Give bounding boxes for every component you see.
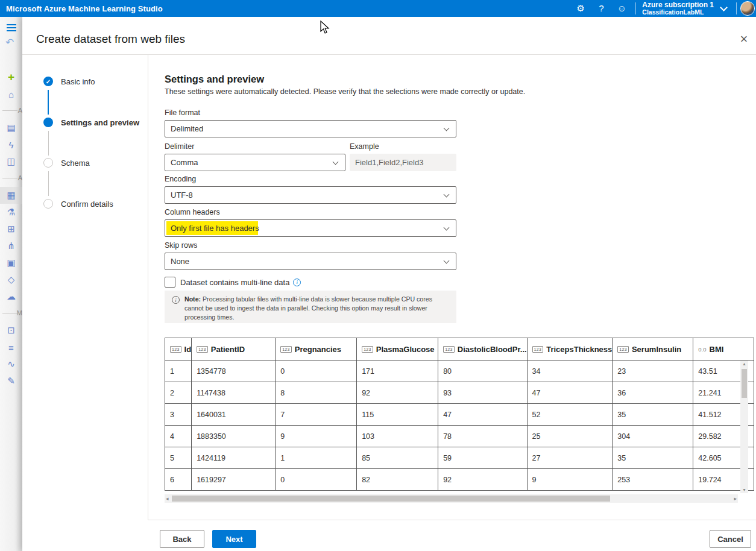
wizard-step-basic-info[interactable]: ✓ Basic info [43, 77, 95, 86]
chevron-down-icon[interactable] [720, 4, 728, 11]
table-row: 31640031711547523541.512 [165, 404, 754, 426]
column-name: BMI [710, 345, 724, 354]
scroll-left-icon[interactable]: ◂ [166, 496, 169, 502]
chevron-down-icon [444, 258, 450, 264]
back-arrow-icon[interactable]: ↶ [5, 36, 14, 49]
help-icon[interactable]: ? [591, 0, 611, 17]
sidebar-section-divider: A [0, 170, 22, 187]
sidebar-item-inference-icon[interactable]: ☁ [0, 288, 22, 305]
sidebar-item-linked-services-icon[interactable]: ∿ [0, 356, 22, 373]
column-name: Id [184, 345, 192, 354]
sidebar-item-endpoints-icon[interactable]: ▣ [0, 254, 22, 271]
decimal-type-icon: 0.0 [698, 346, 706, 353]
horizontal-scroll-thumb[interactable] [172, 496, 610, 502]
column-headers-value: Only first file has headers [171, 224, 259, 233]
wizard-step-settings-preview[interactable]: Settings and preview [43, 118, 139, 127]
table-cell: 59 [438, 447, 527, 469]
table-cell: 2 [165, 382, 192, 404]
back-button[interactable]: Back [160, 530, 204, 548]
wizard-step-confirm-details[interactable]: Confirm details [43, 199, 113, 209]
table-cell: 9 [276, 426, 357, 447]
table-cell: 36 [613, 382, 693, 404]
sidebar-items: +⌂A▤ϟ◫A▦⚗⊞⋔▣◇☁M⊡≡∿✎ [0, 69, 22, 389]
sidebar-item-compute-icon[interactable]: ⊡ [0, 322, 22, 339]
table-cell: 34 [527, 361, 613, 382]
menu-hamburger-icon[interactable] [7, 24, 16, 31]
page-title: Settings and preview [165, 74, 264, 85]
multiline-checkbox[interactable] [165, 277, 175, 288]
integer-type-icon: 123 [362, 346, 373, 353]
column-name: TricepsThickness [546, 345, 612, 354]
table-row: 418833509103782530429.582 [165, 426, 754, 447]
table-cell: 1619297 [192, 469, 276, 491]
vertical-scroll-thumb[interactable] [742, 369, 747, 398]
table-cell: 0 [276, 469, 357, 491]
close-icon[interactable]: × [736, 31, 752, 47]
column-header: 123PlasmaGlucose [357, 338, 438, 361]
dialog-title: Create dataset from web files [36, 33, 185, 46]
column-headers-label: Column headers [165, 208, 220, 216]
integer-type-icon: 123 [170, 346, 181, 353]
step-connector [48, 131, 49, 156]
subscription-switcher[interactable]: Azure subscription 1 ClassificationLabML [640, 1, 716, 16]
sidebar-item-datasets-icon[interactable]: ▦ [0, 187, 22, 204]
sidebar-item-models-icon[interactable]: ⋔ [0, 238, 22, 254]
step-label: Schema [61, 159, 90, 168]
settings-gear-icon[interactable]: ⚙ [570, 0, 591, 17]
top-bar: Microsoft Azure Machine Learning Studio … [0, 0, 756, 17]
scroll-up-icon[interactable]: ▴ [740, 361, 748, 367]
delimiter-label: Delimiter [165, 142, 194, 151]
cancel-button[interactable]: Cancel [710, 530, 751, 548]
feedback-smiley-icon[interactable]: ☺ [611, 0, 632, 17]
note-text: Note: Processing tabular files with mult… [184, 295, 450, 323]
column-headers-dropdown[interactable]: Only first file has headers [165, 219, 456, 237]
table-cell: 1354778 [192, 361, 276, 382]
table-row: 2114743889293473621.241 [165, 382, 754, 404]
section-label: A [18, 174, 22, 181]
file-format-dropdown[interactable]: Delimited [165, 120, 456, 137]
column-header: 123PatientID [192, 338, 276, 361]
step-upcoming-dot [43, 199, 53, 209]
sidebar-item-new-icon[interactable]: + [0, 69, 22, 86]
sidebar-item-datastores-icon[interactable]: ≡ [0, 339, 22, 356]
sidebar-item-home-icon[interactable]: ⌂ [0, 86, 22, 102]
table-header-row: 123Id123PatientID123Pregnancies123Plasma… [165, 338, 754, 361]
next-button[interactable]: Next [212, 530, 256, 548]
sidebar-item-pipelines-icon[interactable]: ⊞ [0, 221, 22, 238]
table-cell: 27 [527, 447, 613, 469]
sidebar-item-environments-icon[interactable]: ◇ [0, 271, 22, 288]
table-cell: 80 [438, 361, 527, 382]
table-cell: 5 [165, 447, 192, 469]
column-name: PlasmaGlucose [376, 345, 435, 354]
wizard-divider [148, 55, 148, 520]
section-label: A [18, 107, 22, 114]
skip-rows-label: Skip rows [165, 241, 197, 250]
skip-rows-dropdown[interactable]: None [165, 253, 456, 270]
user-avatar[interactable] [740, 1, 755, 16]
topbar-divider [736, 2, 737, 14]
column-header: 123Pregnancies [276, 338, 357, 361]
sidebar-item-experiments-icon[interactable]: ⚗ [0, 204, 22, 221]
table-cell: 52 [527, 404, 613, 426]
scroll-down-icon[interactable]: ▾ [740, 487, 748, 493]
sidebar-item-designer-icon[interactable]: ◫ [0, 153, 22, 170]
wizard-step-schema[interactable]: Schema [43, 158, 90, 168]
info-icon: i [172, 296, 180, 304]
delimiter-dropdown[interactable]: Comma [165, 154, 345, 171]
workspace-name: ClassificationLabML [642, 9, 714, 16]
sidebar-item-notebooks-icon[interactable]: ▤ [0, 119, 22, 136]
encoding-label: Encoding [165, 175, 196, 183]
multiline-checkbox-label: Dataset contains multi-line data [180, 278, 289, 287]
sidebar-item-automated-ml-icon[interactable]: ϟ [0, 136, 22, 153]
info-icon[interactable]: i [293, 279, 301, 286]
table-cell: 1147438 [192, 382, 276, 404]
encoding-dropdown[interactable]: UTF-8 [165, 186, 456, 204]
left-nav-sidebar: ↶ +⌂A▤ϟ◫A▦⚗⊞⋔▣◇☁M⊡≡∿✎ [0, 17, 22, 551]
table-cell: 82 [357, 469, 438, 491]
column-name: DiastolicBloodPr... [458, 345, 527, 354]
table-cell: 1 [276, 447, 357, 469]
vertical-scrollbar[interactable]: ▴ ▾ [740, 361, 748, 493]
scroll-right-icon[interactable]: ▸ [734, 496, 737, 502]
horizontal-scrollbar[interactable]: ◂ ▸ [165, 494, 738, 503]
sidebar-item-data-labeling-icon[interactable]: ✎ [0, 373, 22, 389]
